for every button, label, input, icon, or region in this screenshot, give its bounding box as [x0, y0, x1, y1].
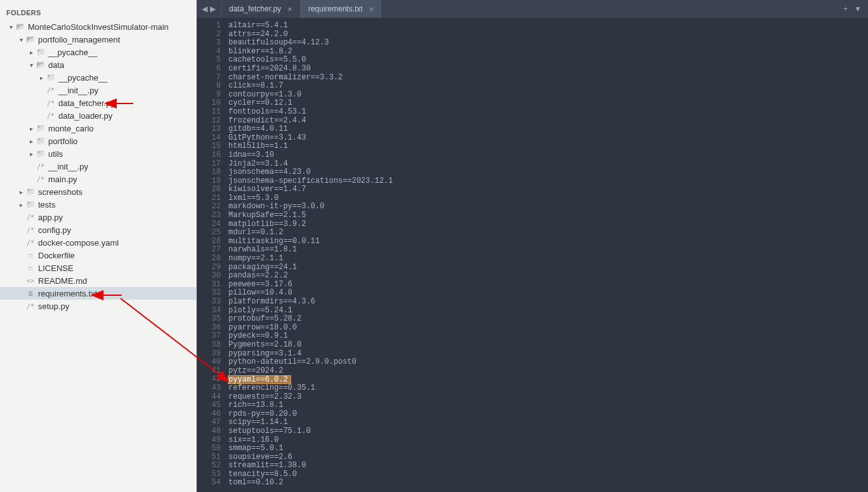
folder-data[interactable]: ▾data [0, 58, 196, 71]
code-line[interactable]: beautifulsoup4==4.12.3 [228, 39, 868, 48]
code-line[interactable]: pyparsing==3.1.4 [228, 350, 868, 359]
code-line[interactable]: lxml==5.3.0 [228, 194, 868, 203]
chevron-right-icon[interactable]: ▸ [27, 138, 36, 145]
folder-screenshots[interactable]: ▸screenshots [0, 185, 196, 198]
code-line[interactable]: requests==2.32.3 [228, 393, 868, 402]
code-line[interactable]: mdurl==0.1.2 [228, 229, 868, 237]
code-line[interactable]: pydeck==0.9.1 [228, 332, 868, 341]
code-line[interactable]: streamlit==1.38.0 [228, 462, 868, 470]
code-line[interactable]: markdown-it-py==3.0.0 [228, 203, 868, 211]
code-line[interactable]: frozendict==2.4.4 [228, 117, 868, 126]
chevron-down-icon[interactable]: ▾ [6, 23, 15, 30]
code-line[interactable]: rich==13.8.1 [228, 401, 868, 410]
file--init-py[interactable]: __init__.py [0, 84, 196, 96]
code-line[interactable]: GitPython==3.1.43 [228, 134, 868, 143]
code-line[interactable]: Pygments==2.18.0 [228, 341, 868, 350]
nav-back-icon[interactable]: ◀ [202, 4, 207, 13]
file-main-py[interactable]: main.py [0, 173, 196, 185]
code-line[interactable]: cachetools==5.5.0 [228, 56, 868, 65]
chevron-down-icon[interactable]: ▾ [16, 36, 25, 43]
folder-portfolio[interactable]: ▸portfolio [0, 135, 196, 147]
file-config-py[interactable]: config.py [0, 223, 196, 236]
new-tab-icon[interactable]: + [843, 4, 848, 13]
line-number: 29 [197, 263, 221, 272]
code-line[interactable]: idna==3.10 [228, 151, 868, 160]
folder--pycache-[interactable]: ▸__pycache__ [0, 71, 196, 84]
code-content[interactable]: altair==5.4.1attrs==24.2.0beautifulsoup4… [228, 18, 868, 492]
code-line[interactable]: six==1.16.0 [228, 436, 868, 445]
code-line[interactable]: toml==0.10.2 [228, 479, 868, 488]
code-line[interactable]: pyyaml==6.0.2 [228, 375, 291, 384]
line-number: 43 [197, 384, 221, 393]
code-line[interactable]: platformdirs==4.3.6 [228, 298, 868, 307]
chevron-right-icon[interactable]: ▸ [37, 74, 46, 81]
code-line[interactable]: numpy==2.1.1 [228, 255, 868, 263]
folder-portfolio-management[interactable]: ▾portfolio_management [0, 33, 196, 46]
folder-monte-carlo[interactable]: ▸monte_carlo [0, 122, 196, 135]
code-line[interactable]: scipy==1.14.1 [228, 418, 868, 427]
file--init-py[interactable]: __init__.py [0, 160, 196, 173]
tab-requirements-txt[interactable]: requirements.txt× [300, 0, 382, 18]
folder-utils[interactable]: ▸utils [0, 147, 196, 160]
folder-tests[interactable]: ▸tests [0, 198, 196, 211]
code-line[interactable]: multitasking==0.0.11 [228, 237, 868, 246]
code-line[interactable]: jsonschema==4.23.0 [228, 168, 868, 177]
file-data-loader-py[interactable]: data_loader.py [0, 109, 196, 122]
code-line[interactable]: packaging==24.1 [228, 263, 868, 272]
file-dockerfile[interactable]: Dockerfile [0, 249, 196, 262]
code-line[interactable]: smmap==5.0.1 [228, 444, 868, 453]
nav-forward-icon[interactable]: ▶ [210, 4, 216, 13]
chevron-right-icon[interactable]: ▸ [27, 49, 36, 56]
chevron-right-icon[interactable]: ▸ [16, 189, 25, 196]
code-line[interactable]: cycler==0.12.1 [228, 99, 868, 108]
code-line[interactable]: blinker==1.8.2 [228, 48, 868, 57]
code-line[interactable]: matplotlib==3.9.2 [228, 220, 868, 229]
code-line[interactable]: certifi==2024.8.30 [228, 65, 868, 74]
chevron-right-icon[interactable]: ▸ [16, 201, 25, 208]
code-line[interactable]: fonttools==4.53.1 [228, 108, 868, 117]
file-docker-compose-yaml[interactable]: docker-compose.yaml [0, 236, 196, 249]
code-line[interactable]: peewee==3.17.6 [228, 281, 868, 289]
code-line[interactable]: pillow==10.4.0 [228, 289, 868, 298]
code-line[interactable]: narwhals==1.8.1 [228, 246, 868, 255]
code-line[interactable]: charset-normalizer==3.3.2 [228, 74, 868, 83]
file-app-py[interactable]: app.py [0, 211, 196, 223]
code-line[interactable]: plotly==5.24.1 [228, 307, 868, 316]
code-line[interactable]: setuptools==75.1.0 [228, 427, 868, 436]
editor-body[interactable]: 1234567891011121314151617181920212223242… [197, 18, 868, 492]
code-line[interactable]: rpds-py==0.20.0 [228, 410, 868, 419]
code-line[interactable]: altair==5.4.1 [228, 22, 868, 30]
chevron-down-icon[interactable]: ▾ [27, 62, 36, 69]
tab-menu-icon[interactable]: ▼ [854, 4, 862, 13]
code-line[interactable]: html5lib==1.1 [228, 142, 868, 151]
folder-montecarlostockinvestsimulator-main[interactable]: ▾MonteCarloStockInvestSimulator-main [0, 20, 196, 33]
chevron-right-icon[interactable]: ▸ [27, 150, 36, 157]
file-setup-py[interactable]: setup.py [0, 300, 196, 312]
code-line[interactable]: attrs==24.2.0 [228, 30, 868, 39]
code-line[interactable]: Jinja2==3.1.4 [228, 160, 868, 169]
code-line[interactable]: gitdb==4.0.11 [228, 125, 868, 134]
file-license[interactable]: LICENSE [0, 262, 196, 274]
file-data-fetcher-py[interactable]: data_fetcher.py [0, 96, 196, 109]
code-line[interactable]: MarkupSafe==2.1.5 [228, 211, 868, 220]
code-line[interactable]: pandas==2.2.2 [228, 272, 868, 281]
chevron-right-icon[interactable]: ▸ [27, 125, 36, 132]
code-line[interactable]: tenacity==8.5.0 [228, 470, 868, 479]
code-line[interactable]: soupsieve==2.6 [228, 453, 868, 462]
code-line[interactable]: pyarrow==18.0.0 [228, 324, 868, 333]
close-icon[interactable]: × [369, 4, 374, 14]
code-line[interactable]: kiwisolver==1.4.7 [228, 185, 868, 194]
code-line[interactable]: contourpy==1.3.0 [228, 91, 868, 100]
code-line[interactable]: jsonschema-specifications==2023.12.1 [228, 177, 868, 186]
code-line[interactable]: referencing==0.35.1 [228, 384, 868, 393]
close-icon[interactable]: × [287, 4, 293, 14]
code-line[interactable]: click==8.1.7 [228, 82, 868, 91]
code-line[interactable]: protobuf==5.28.2 [228, 315, 868, 324]
line-number: 16 [197, 151, 221, 160]
file-requirements-txt[interactable]: requirements.txt [0, 287, 196, 300]
tab-data-fetcher-py[interactable]: data_fetcher.py× [221, 0, 300, 18]
folder--pycache-[interactable]: ▸__pycache__ [0, 46, 196, 58]
code-line[interactable]: pytz==2024.2 [228, 367, 868, 376]
code-line[interactable]: python-dateutil==2.9.0.post0 [228, 358, 868, 367]
file-readme-md[interactable]: README.md [0, 274, 196, 287]
